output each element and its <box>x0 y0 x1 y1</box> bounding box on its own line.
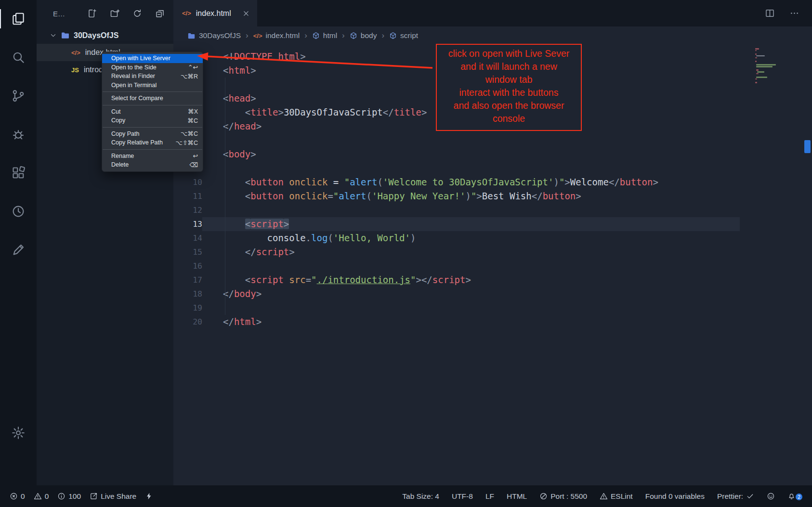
sidebar-action-refresh[interactable] <box>132 9 142 18</box>
breadcrumb-script[interactable]: script <box>389 31 418 40</box>
minimap-line <box>756 66 773 67</box>
status-found-variables[interactable]: Found 0 variables <box>645 492 705 501</box>
breadcrumb-index-html[interactable]: </>index.html <box>253 31 300 40</box>
menu-separator <box>103 105 202 105</box>
minimap-line <box>755 61 757 62</box>
menu-rename[interactable]: Rename↩ <box>102 152 203 161</box>
status-notifications[interactable]: 2 <box>787 492 802 500</box>
breadcrumb-label: index.html <box>265 31 300 40</box>
menu-item-label: Delete <box>111 161 182 168</box>
activity-pen[interactable] <box>0 242 37 258</box>
menu-copy-path[interactable]: Copy Path⌥⌘C <box>102 130 203 139</box>
breadcrumb-html[interactable]: html <box>312 31 337 40</box>
tree-root-label: 30DaysOfJS <box>74 31 118 40</box>
code-line-17: 17 <script src="./introduction.js"></scr… <box>173 273 812 287</box>
menu-cut[interactable]: Cut⌘X <box>102 107 203 117</box>
minimap-line <box>755 50 757 52</box>
minimap-line <box>755 78 757 80</box>
menu-open-in-terminal[interactable]: Open in Terminal <box>102 81 203 90</box>
status-live-share[interactable]: Live Share <box>90 492 136 501</box>
sidebar-action-new-file[interactable] <box>87 9 97 18</box>
code-text[interactable] <box>202 133 740 147</box>
activity-extensions[interactable] <box>0 165 37 181</box>
status-label: Prettier: <box>717 492 743 501</box>
menu-open-with-live-server[interactable]: Open with Live Server <box>102 54 203 63</box>
code-text[interactable] <box>202 203 740 217</box>
status-errors[interactable]: 0 <box>10 492 25 501</box>
status-tab-size[interactable]: Tab Size: 4 <box>402 492 439 501</box>
status-label: Live Share <box>101 492 136 501</box>
code-text[interactable] <box>202 161 740 175</box>
new-file-icon <box>87 9 97 18</box>
menu-copy[interactable]: Copy⌘C <box>102 116 203 125</box>
menu-item-shortcut: ⌃↩ <box>188 64 198 71</box>
tab-index-html[interactable]: </>index.html <box>173 0 257 26</box>
code-text[interactable]: console.log('Hello, World') <box>202 231 740 245</box>
menu-reveal-in-finder[interactable]: Reveal in Finder⌥⌘R <box>102 72 203 81</box>
js-file-icon: JS <box>71 66 79 74</box>
menu-select-for-compare[interactable]: Select for Compare <box>102 94 203 103</box>
code-text[interactable]: <body> <box>202 147 740 161</box>
activity-bar-bottom <box>0 425 37 485</box>
menu-item-shortcut: ⌘X <box>188 108 198 115</box>
menu-delete[interactable]: Delete⌫ <box>102 160 203 169</box>
code-text[interactable]: </body> <box>202 287 740 301</box>
sidebar-action-collapse-all[interactable] <box>155 9 165 18</box>
line-number: 13 <box>173 217 202 231</box>
line-number: 17 <box>173 273 202 287</box>
tree-root-folder[interactable]: 30DaysOfJS <box>37 27 173 44</box>
scrollbar-marker[interactable] <box>804 140 811 153</box>
breadcrumb-separator: › <box>381 31 384 40</box>
annotation-line: and also open the browser <box>438 99 580 112</box>
line-number: 11 <box>173 189 202 203</box>
sidebar-action-new-folder[interactable] <box>110 9 119 18</box>
code-text[interactable]: <button onclick="alert('Happy New Year!'… <box>202 189 740 203</box>
activity-files[interactable] <box>0 11 37 27</box>
context-menu: Open with Live ServerOpen to the Side⌃↩R… <box>102 52 203 172</box>
status-info-count[interactable]: 100 <box>57 492 81 501</box>
code-text[interactable]: <button onclick = "alert('Welcome to 30D… <box>202 175 740 189</box>
status-live-server-port[interactable]: Port : 5500 <box>539 492 587 501</box>
status-language-mode[interactable]: HTML <box>507 492 527 501</box>
activity-gear[interactable] <box>0 425 37 441</box>
minimap[interactable] <box>755 48 799 84</box>
live-share-icon <box>90 492 98 500</box>
chevron-down-icon <box>50 32 57 39</box>
breadcrumb-30daysofjs[interactable]: 30DaysOfJS <box>187 31 241 40</box>
code-text[interactable]: <script> <box>202 217 740 231</box>
breadcrumb-label: html <box>323 31 337 40</box>
breadcrumb-body[interactable]: body <box>350 31 377 40</box>
activity-clock[interactable] <box>0 203 37 220</box>
menu-item-label: Open to the Side <box>111 64 180 71</box>
editor-action-split[interactable] <box>765 8 775 18</box>
status-prettier[interactable]: Prettier: <box>717 492 754 501</box>
activity-source-control[interactable] <box>0 88 37 104</box>
status-label: Found 0 variables <box>645 492 705 501</box>
breadcrumb: 30DaysOfJS›</>index.html›html›body›scrip… <box>173 26 812 45</box>
code-text[interactable] <box>202 259 740 273</box>
status-feedback[interactable] <box>767 492 775 500</box>
status-bar-left: 00100Live Share <box>10 492 153 501</box>
activity-debug[interactable] <box>0 126 37 143</box>
status-warnings[interactable]: 0 <box>34 492 49 501</box>
annotation-line: interact with the buttons <box>438 86 580 99</box>
code-text[interactable]: </html> <box>202 315 740 329</box>
code-text[interactable] <box>202 301 740 315</box>
status-encoding[interactable]: UTF-8 <box>452 492 473 501</box>
menu-item-shortcut: ⌥⌘C <box>181 130 198 137</box>
status-live-server-bolt[interactable] <box>145 492 153 500</box>
menu-open-to-the-side[interactable]: Open to the Side⌃↩ <box>102 63 203 72</box>
cube-icon <box>312 32 320 39</box>
activity-search[interactable] <box>0 49 37 65</box>
status-eol[interactable]: LF <box>485 492 494 501</box>
line-number: 12 <box>173 203 202 217</box>
code-text[interactable]: <script src="./introduction.js"></script… <box>202 273 740 287</box>
close-icon[interactable] <box>242 9 250 18</box>
status-label: 0 <box>21 492 25 501</box>
code-text[interactable]: </script> <box>202 245 740 259</box>
menu-item-label: Open in Terminal <box>111 82 198 89</box>
status-eslint[interactable]: ESLint <box>600 492 633 501</box>
menu-copy-relative-path[interactable]: Copy Relative Path⌥⇧⌘C <box>102 138 203 147</box>
editor-action-more[interactable] <box>789 8 799 18</box>
smiley-icon <box>767 492 775 500</box>
